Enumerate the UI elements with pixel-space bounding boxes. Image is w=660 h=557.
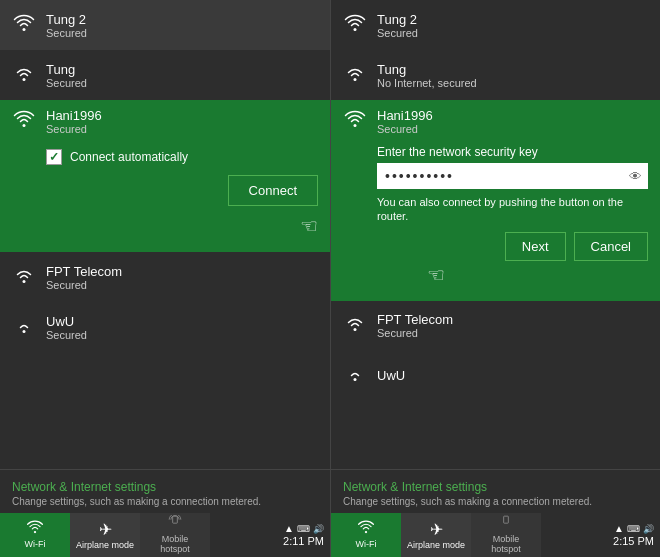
left-fpt-name: FPT Telecom [46,264,122,279]
wifi-signal-icon [12,64,36,87]
right-wifi-panel: Tung 2 Secured Tung No Internet, secured [330,0,660,557]
right-mobile-icon [497,515,515,533]
left-connect-btn-row: Connect [46,175,318,210]
wifi-signal-icon [343,314,367,337]
left-tung2-name: Tung 2 [46,12,87,27]
left-wifi-tile-label: Wi-Fi [25,540,46,550]
right-hani1996-status: Secured [377,123,433,135]
right-push-button-text: You can also connect by pushing the butt… [377,195,648,224]
left-auto-connect-checkbox[interactable] [46,149,62,165]
left-taskbar-time: ▲ ⌨ 🔊 2:11 PM [283,523,324,547]
right-hani1996-row: Hani1996 Secured [343,108,648,135]
right-hani1996-name: Hani1996 [377,108,433,123]
right-taskbar-icons: ▲ ⌨ 🔊 [613,523,654,534]
left-wifi-item-tung[interactable]: Tung Secured [0,50,330,100]
left-connect-button[interactable]: Connect [228,175,318,206]
right-wifi-tile-icon [357,520,375,538]
left-up-arrow-icon: ▲ [284,523,294,534]
right-airplane-icon: ✈ [430,520,443,539]
right-next-button[interactable]: Next [505,232,566,261]
right-wifi-item-hani1996[interactable]: Hani1996 Secured Enter the network secur… [331,100,660,301]
left-tung-status: Secured [46,77,87,89]
left-auto-connect-row: Connect automatically [46,149,318,165]
left-uwu-status: Secured [46,329,87,341]
left-fpt-status: Secured [46,279,122,291]
left-keyboard-icon: ⌨ [297,524,310,534]
right-hani1996-info: Hani1996 Secured [377,108,433,135]
wifi-signal-icon [12,316,36,339]
right-tung2-name: Tung 2 [377,12,418,27]
left-hani1996-row: Hani1996 Secured [12,108,318,135]
right-keyboard-icon: ⌨ [627,524,640,534]
left-hani1996-expanded: Connect automatically Connect ☞ [12,145,318,244]
left-tung-name: Tung [46,62,87,77]
left-taskbar: Wi-Fi ✈ Airplane mode Mobilehotspot [0,513,330,557]
right-wifi-tile[interactable]: Wi-Fi [331,513,401,557]
left-hani1996-status: Secured [46,123,102,135]
left-tung-info: Tung Secured [46,62,87,89]
right-tung-status: No Internet, secured [377,77,477,89]
right-wifi-item-fpt[interactable]: FPT Telecom Secured [331,301,660,351]
left-hani1996-name: Hani1996 [46,108,102,123]
left-wifi-item-tung2[interactable]: Tung 2 Secured [0,0,330,50]
right-network-settings-link[interactable]: Network & Internet settings [343,480,648,494]
cursor-hand-icon-right: ☞ [427,263,445,287]
svg-rect-0 [173,516,178,523]
left-mobile-tile-label: Mobilehotspot [160,535,190,555]
left-time-text: 2:11 PM [283,535,324,547]
left-auto-connect-label: Connect automatically [70,150,188,164]
right-action-btn-row: Next Cancel [377,232,648,261]
wifi-signal-icon [12,110,36,133]
wifi-signal-icon [343,110,367,133]
wifi-signal-icon [12,266,36,289]
right-password-input[interactable] [377,163,623,189]
right-password-label: Enter the network security key [377,145,648,159]
left-volume-icon: 🔊 [313,524,324,534]
right-fpt-status: Secured [377,327,453,339]
left-mobile-tile[interactable]: Mobilehotspot [140,513,210,557]
right-network-settings: Network & Internet settings Change setti… [331,469,660,513]
left-wifi-item-fpt[interactable]: FPT Telecom Secured [0,252,330,302]
right-airplane-tile[interactable]: ✈ Airplane mode [401,513,471,557]
right-taskbar: Wi-Fi ✈ Airplane mode Mobilehotspot ▲ [331,513,660,557]
right-wifi-item-tung2[interactable]: Tung 2 Secured [331,0,660,50]
left-wifi-item-hani1996[interactable]: Hani1996 Secured Connect automatically C… [0,100,330,252]
right-uwu-name: UwU [377,368,405,383]
svg-rect-1 [504,516,509,523]
left-airplane-tile[interactable]: ✈ Airplane mode [70,513,140,557]
left-wifi-tile[interactable]: Wi-Fi [0,513,70,557]
wifi-signal-icon [12,14,36,37]
right-cancel-button[interactable]: Cancel [574,232,648,261]
right-fpt-name: FPT Telecom [377,312,453,327]
left-network-settings: Network & Internet settings Change setti… [0,469,330,513]
right-wifi-item-tung[interactable]: Tung No Internet, secured [331,50,660,100]
right-airplane-tile-label: Airplane mode [407,541,465,551]
left-mobile-icon [166,515,184,533]
right-up-arrow-icon: ▲ [614,523,624,534]
right-mobile-tile[interactable]: Mobilehotspot [471,513,541,557]
left-wifi-list: Tung 2 Secured Tung Secured [0,0,330,469]
right-tung2-info: Tung 2 Secured [377,12,418,39]
right-password-section: Enter the network security key 👁 You can… [343,145,648,293]
right-wifi-item-uwu[interactable]: UwU [331,351,660,401]
left-tung2-status: Secured [46,27,87,39]
left-airplane-icon: ✈ [99,520,112,539]
left-tung2-info: Tung 2 Secured [46,12,87,39]
left-wifi-tile-icon [26,520,44,538]
wifi-signal-icon [343,64,367,87]
left-taskbar-icons: ▲ ⌨ 🔊 [283,523,324,534]
left-wifi-item-uwu[interactable]: UwU Secured [0,302,330,352]
cursor-hand-icon: ☞ [300,214,318,238]
left-network-settings-link[interactable]: Network & Internet settings [12,480,318,494]
right-wifi-list: Tung 2 Secured Tung No Internet, secured [331,0,660,469]
right-network-settings-sub: Change settings, such as making a connec… [343,496,648,507]
right-fpt-info: FPT Telecom Secured [377,312,453,339]
left-hani1996-info: Hani1996 Secured [46,108,102,135]
left-network-settings-sub: Change settings, such as making a connec… [12,496,318,507]
right-eye-icon[interactable]: 👁 [623,164,648,189]
right-mobile-tile-label: Mobilehotspot [491,535,521,555]
right-time-text: 2:15 PM [613,535,654,547]
left-uwu-info: UwU Secured [46,314,87,341]
wifi-signal-icon [343,364,367,387]
right-password-field[interactable]: 👁 [377,163,648,189]
